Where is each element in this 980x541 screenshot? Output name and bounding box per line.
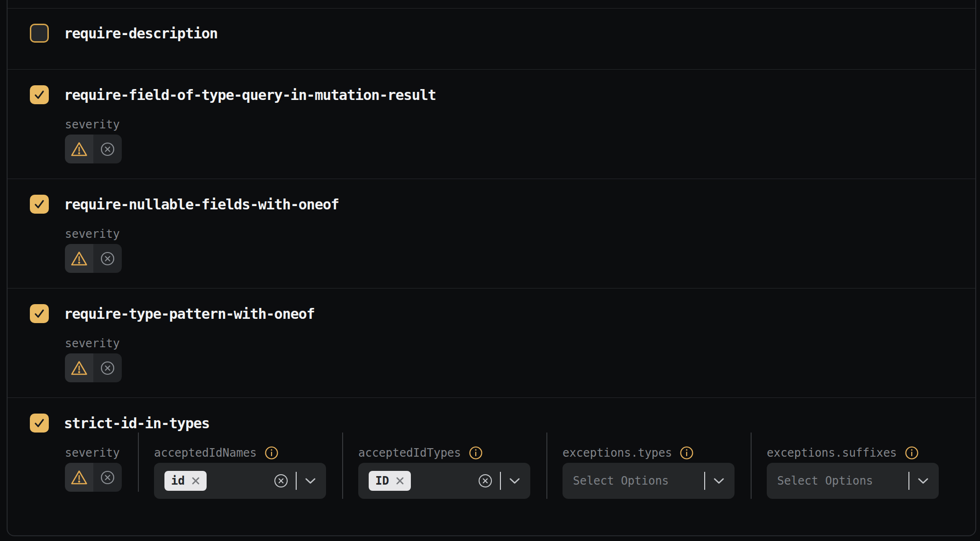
selected-chip: id bbox=[164, 471, 207, 491]
option-label: acceptedIdNames bbox=[154, 446, 257, 460]
warning-triangle-icon bbox=[70, 469, 88, 486]
exceptions-suffixes-select[interactable]: Select Options bbox=[767, 463, 939, 499]
select-divider bbox=[500, 472, 501, 490]
option-column-exceptions-types: exceptions.types Select Options bbox=[547, 433, 752, 499]
severity-toggle bbox=[65, 353, 122, 382]
option-column-severity: severity bbox=[65, 433, 139, 492]
chip-value: id bbox=[171, 474, 185, 487]
info-icon[interactable] bbox=[905, 446, 919, 460]
chevron-down-icon bbox=[714, 478, 724, 484]
severity-toggle bbox=[65, 244, 122, 273]
select-placeholder: Select Options bbox=[777, 474, 873, 487]
chip-remove-icon[interactable] bbox=[396, 477, 404, 485]
severity-toggle bbox=[65, 135, 122, 163]
severity-warn-button[interactable] bbox=[65, 353, 93, 382]
exceptions-types-select[interactable]: Select Options bbox=[563, 463, 735, 499]
severity-warn-button[interactable] bbox=[65, 463, 93, 492]
acceptedIdNames-select[interactable]: id bbox=[154, 463, 326, 499]
rule-checkbox[interactable] bbox=[30, 24, 49, 43]
clear-selection-icon[interactable] bbox=[478, 474, 492, 488]
rule-options-row: severity acceptedIdNames bbox=[65, 433, 953, 499]
rule-checkbox[interactable] bbox=[30, 414, 49, 433]
info-icon[interactable] bbox=[469, 446, 483, 460]
info-icon[interactable] bbox=[680, 446, 694, 460]
checkmark-icon bbox=[33, 307, 45, 320]
select-divider bbox=[908, 472, 909, 490]
chevron-down-icon bbox=[509, 478, 520, 484]
severity-toggle bbox=[65, 463, 122, 492]
rules-panel: require-description require-field-of-typ… bbox=[7, 0, 976, 536]
circle-x-icon bbox=[100, 470, 115, 485]
info-icon[interactable] bbox=[264, 446, 279, 460]
chip-value: ID bbox=[375, 474, 389, 487]
rule-name: require-nullable-fields-with-oneof bbox=[64, 196, 339, 213]
rule-row-strict-id-in-types: strict-id-in-types severity acceptedId bbox=[8, 397, 975, 499]
rule-name: strict-id-in-types bbox=[64, 415, 209, 432]
rule-row-require-description: require-description bbox=[8, 8, 975, 69]
rule-checkbox[interactable] bbox=[30, 85, 49, 104]
option-column-acceptedIdNames: acceptedIdNames id bbox=[139, 433, 343, 499]
panel-top-spacer bbox=[8, 0, 975, 8]
option-label: exceptions.types bbox=[563, 446, 672, 460]
select-divider bbox=[704, 472, 705, 490]
checkmark-icon bbox=[33, 89, 45, 101]
rule-row-require-type-pattern-with-oneof: require-type-pattern-with-oneof severity bbox=[8, 288, 975, 397]
select-divider bbox=[296, 472, 297, 490]
severity-off-button[interactable] bbox=[93, 463, 122, 492]
rule-name: require-field-of-type-query-in-mutation-… bbox=[64, 87, 436, 103]
severity-label: severity bbox=[65, 227, 120, 241]
severity-label: severity bbox=[65, 446, 120, 460]
option-label: exceptions.suffixes bbox=[767, 446, 897, 460]
rule-name: require-type-pattern-with-oneof bbox=[64, 306, 315, 322]
acceptedIdTypes-select[interactable]: ID bbox=[358, 463, 530, 499]
checkmark-icon bbox=[33, 417, 45, 429]
severity-off-button[interactable] bbox=[93, 135, 122, 163]
checkmark-icon bbox=[33, 198, 45, 210]
rule-name: require-description bbox=[64, 25, 218, 42]
selected-chip: ID bbox=[369, 471, 411, 491]
chevron-down-icon bbox=[918, 478, 928, 484]
rule-row-require-nullable-fields-with-oneof: require-nullable-fields-with-oneof sever… bbox=[8, 179, 975, 288]
chip-remove-icon[interactable] bbox=[191, 477, 200, 485]
clear-selection-icon[interactable] bbox=[274, 474, 288, 488]
warning-triangle-icon bbox=[70, 251, 88, 267]
severity-warn-button[interactable] bbox=[65, 244, 93, 273]
circle-x-icon bbox=[100, 361, 115, 376]
severity-off-button[interactable] bbox=[93, 244, 122, 273]
warning-triangle-icon bbox=[70, 360, 88, 376]
severity-warn-button[interactable] bbox=[65, 135, 93, 163]
chevron-down-icon bbox=[305, 478, 316, 484]
rule-row-require-field-of-type-query-in-mutation-result: require-field-of-type-query-in-mutation-… bbox=[8, 69, 975, 179]
severity-label: severity bbox=[65, 118, 120, 131]
warning-triangle-icon bbox=[70, 141, 88, 157]
select-placeholder: Select Options bbox=[573, 474, 669, 487]
option-label: acceptedIdTypes bbox=[358, 446, 461, 460]
circle-x-icon bbox=[100, 142, 115, 157]
rule-checkbox[interactable] bbox=[30, 304, 49, 323]
circle-x-icon bbox=[100, 251, 115, 266]
rule-checkbox[interactable] bbox=[30, 195, 49, 214]
severity-off-button[interactable] bbox=[93, 353, 122, 382]
severity-label: severity bbox=[65, 337, 120, 350]
option-column-exceptions-suffixes: exceptions.suffixes Select Options bbox=[752, 433, 939, 499]
option-column-acceptedIdTypes: acceptedIdTypes ID bbox=[343, 433, 547, 499]
